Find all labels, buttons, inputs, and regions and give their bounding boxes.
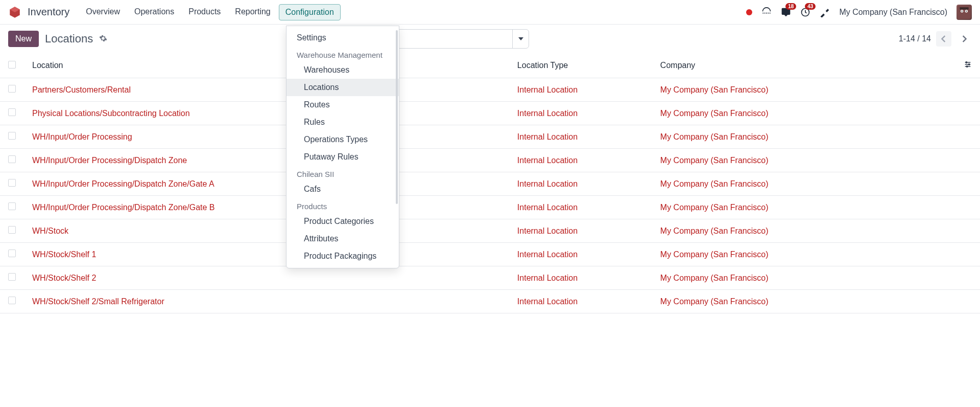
user-avatar[interactable]	[957, 5, 972, 20]
page-title: Locations	[45, 32, 93, 46]
cell-location[interactable]: WH/Stock	[32, 227, 68, 235]
cell-location[interactable]: WH/Stock/Shelf 2/Small Refrigerator	[32, 297, 164, 306]
row-checkbox[interactable]	[8, 250, 16, 257]
nav-item-operations[interactable]: Operations	[128, 4, 180, 20]
dd-item-attributes[interactable]: Attributes	[286, 230, 399, 247]
column-options-icon[interactable]	[964, 61, 972, 70]
cell-location[interactable]: WH/Input/Order Processing/Dispatch Zone	[32, 156, 187, 165]
cell-type[interactable]: Internal Location	[517, 85, 578, 94]
search-options-caret[interactable]	[512, 30, 529, 48]
cell-type[interactable]: Internal Location	[517, 179, 578, 188]
configuration-dropdown: Settings Warehouse Management Warehouses…	[286, 26, 399, 268]
cell-type[interactable]: Internal Location	[517, 274, 578, 282]
gear-icon[interactable]	[99, 34, 107, 44]
svg-point-6	[962, 10, 963, 11]
cell-location[interactable]: Physical Locations/Subcontracting Locati…	[32, 109, 190, 118]
cell-location[interactable]: WH/Input/Order Processing/Dispatch Zone/…	[32, 179, 214, 188]
cell-company[interactable]: My Company (San Francisco)	[660, 250, 769, 259]
dd-header-chilean-sii: Chilean SII	[286, 166, 399, 180]
dd-item-routes[interactable]: Routes	[286, 96, 399, 114]
table-row[interactable]: WH/StockInternal LocationMy Company (San…	[0, 219, 980, 243]
app-title[interactable]: Inventory	[28, 6, 69, 18]
nav-menu: Overview Operations Products Reporting C…	[80, 4, 341, 20]
svg-point-7	[966, 10, 967, 11]
pager-next-button[interactable]	[957, 31, 972, 47]
table-row[interactable]: Partners/Customers/RentalInternal Locati…	[0, 78, 980, 102]
cell-type[interactable]: Internal Location	[517, 156, 578, 165]
row-checkbox[interactable]	[8, 132, 16, 140]
nav-item-reporting[interactable]: Reporting	[229, 4, 276, 20]
pager: 1-14 / 14	[899, 31, 972, 47]
voip-icon[interactable]	[761, 7, 772, 17]
cell-location[interactable]: Partners/Customers/Rental	[32, 85, 131, 94]
pager-text: 1-14 / 14	[899, 34, 931, 43]
status-dot-icon[interactable]	[746, 9, 752, 15]
nav-item-configuration[interactable]: Configuration	[279, 4, 341, 20]
cell-type[interactable]: Internal Location	[517, 297, 578, 306]
topbar: Inventory Overview Operations Products R…	[0, 0, 980, 25]
dd-item-cafs[interactable]: Cafs	[286, 180, 399, 198]
table-row[interactable]: WH/Input/Order ProcessingInternal Locati…	[0, 125, 980, 149]
tools-icon[interactable]	[820, 7, 830, 17]
new-button[interactable]: New	[8, 31, 39, 47]
cell-type[interactable]: Internal Location	[517, 132, 578, 141]
dd-item-locations[interactable]: Locations	[286, 79, 399, 96]
cell-company[interactable]: My Company (San Francisco)	[660, 109, 769, 118]
table-row[interactable]: Physical Locations/Subcontracting Locati…	[0, 102, 980, 125]
cell-company[interactable]: My Company (San Francisco)	[660, 179, 769, 188]
company-selector[interactable]: My Company (San Francisco)	[839, 8, 947, 17]
dd-item-rules[interactable]: Rules	[286, 114, 399, 131]
dd-item-putaway-rules[interactable]: Putaway Rules	[286, 148, 399, 166]
row-checkbox[interactable]	[8, 226, 16, 234]
cell-location[interactable]: WH/Stock/Shelf 1	[32, 250, 96, 259]
dd-header-products: Products	[286, 198, 399, 213]
dd-item-settings[interactable]: Settings	[286, 29, 399, 47]
table-row[interactable]: WH/Stock/Shelf 1Internal LocationMy Comp…	[0, 243, 980, 266]
cell-company[interactable]: My Company (San Francisco)	[660, 156, 769, 165]
cell-location[interactable]: WH/Input/Order Processing/Dispatch Zone/…	[32, 203, 214, 212]
topbar-right: 18 43 My Company (San Francisco)	[746, 5, 972, 20]
cell-type[interactable]: Internal Location	[517, 203, 578, 212]
column-company[interactable]: Company	[652, 53, 955, 78]
table-row[interactable]: WH/Input/Order Processing/Dispatch Zone/…	[0, 172, 980, 196]
messages-icon[interactable]: 18	[781, 7, 791, 17]
messages-badge: 18	[785, 3, 796, 10]
table-row[interactable]: WH/Input/Order Processing/Dispatch Zone/…	[0, 196, 980, 219]
row-checkbox[interactable]	[8, 155, 16, 163]
cell-type[interactable]: Internal Location	[517, 109, 578, 118]
svg-point-9	[966, 62, 967, 63]
row-checkbox[interactable]	[8, 179, 16, 187]
column-location[interactable]: Location	[24, 53, 509, 78]
cell-company[interactable]: My Company (San Francisco)	[660, 85, 769, 94]
cell-type[interactable]: Internal Location	[517, 250, 578, 259]
row-checkbox[interactable]	[8, 108, 16, 116]
dd-item-warehouses[interactable]: Warehouses	[286, 61, 399, 79]
dd-item-product-packagings[interactable]: Product Packagings	[286, 247, 399, 265]
nav-item-overview[interactable]: Overview	[80, 4, 126, 20]
cell-company[interactable]: My Company (San Francisco)	[660, 203, 769, 212]
table-row[interactable]: WH/Stock/Shelf 2/Small RefrigeratorInter…	[0, 290, 980, 313]
cell-company[interactable]: My Company (San Francisco)	[660, 227, 769, 235]
table-row[interactable]: WH/Stock/Shelf 2Internal LocationMy Comp…	[0, 266, 980, 290]
cell-company[interactable]: My Company (San Francisco)	[660, 274, 769, 282]
dd-item-operation-types[interactable]: Operations Types	[286, 131, 399, 148]
svg-point-10	[968, 64, 970, 65]
cell-location[interactable]: WH/Stock/Shelf 2	[32, 274, 96, 282]
table-row[interactable]: WH/Input/Order Processing/Dispatch ZoneI…	[0, 149, 980, 172]
column-type[interactable]: Location Type	[509, 53, 652, 78]
cell-company[interactable]: My Company (San Francisco)	[660, 297, 769, 306]
select-all-checkbox[interactable]	[8, 61, 16, 69]
svg-rect-8	[960, 7, 968, 9]
row-checkbox[interactable]	[8, 273, 16, 281]
pager-prev-button[interactable]	[936, 31, 951, 47]
row-checkbox[interactable]	[8, 85, 16, 93]
cell-type[interactable]: Internal Location	[517, 227, 578, 235]
row-checkbox[interactable]	[8, 297, 16, 304]
dropdown-scrollbar[interactable]	[396, 30, 398, 204]
cell-company[interactable]: My Company (San Francisco)	[660, 132, 769, 141]
dd-item-product-categories[interactable]: Product Categories	[286, 213, 399, 230]
activities-icon[interactable]: 43	[800, 7, 810, 17]
cell-location[interactable]: WH/Input/Order Processing	[32, 132, 132, 141]
row-checkbox[interactable]	[8, 202, 16, 210]
nav-item-products[interactable]: Products	[182, 4, 227, 20]
